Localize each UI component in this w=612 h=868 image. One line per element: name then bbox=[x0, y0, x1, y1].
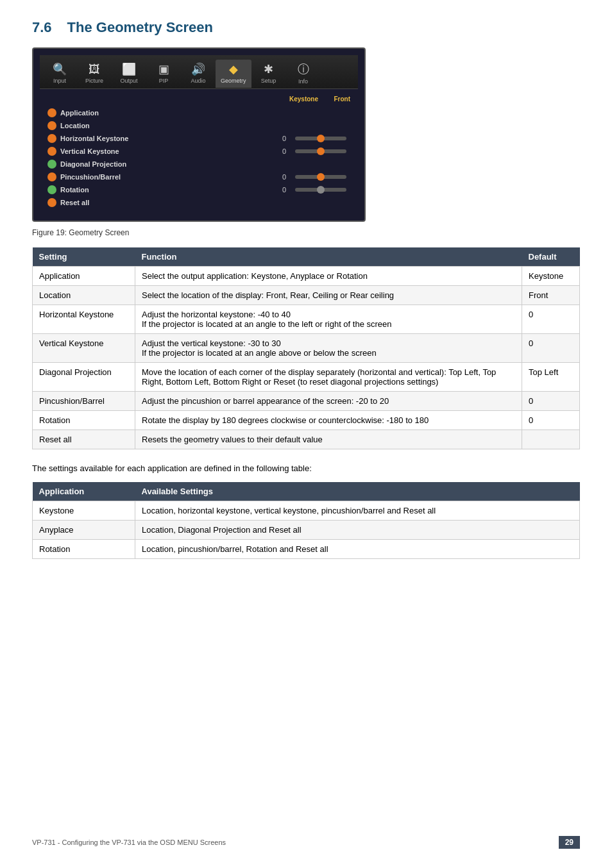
cell-default: 0 bbox=[522, 305, 580, 334]
rotation-value: 0 bbox=[267, 186, 286, 194]
cell-function: Resets the geometry values to their defa… bbox=[135, 430, 522, 449]
cell-function: Rotate the display by 180 degrees clockw… bbox=[135, 411, 522, 430]
osd-col-keystone: Keystone bbox=[273, 96, 318, 103]
osd-content: Keystone Front Application Location Hori… bbox=[40, 89, 358, 214]
setup-icon: ✱ bbox=[264, 62, 273, 76]
pincushion-value: 0 bbox=[267, 173, 286, 181]
osd-nav-geometry[interactable]: ◆ Geometry bbox=[216, 60, 251, 88]
osd-row-application: Application bbox=[47, 106, 350, 119]
osd-row-diagonal: Diagonal Projection bbox=[47, 158, 350, 171]
hkeystone-slider[interactable] bbox=[295, 137, 346, 140]
settings-table: Setting Function Default Application Sel… bbox=[32, 247, 580, 449]
output-icon: ⬜ bbox=[122, 62, 136, 76]
app-icon bbox=[47, 108, 56, 117]
cell-default: Keystone bbox=[522, 267, 580, 286]
osd-row-location: Location bbox=[47, 119, 350, 132]
hkeystone-value: 0 bbox=[267, 135, 286, 142]
footer-text: VP-731 - Configuring the VP-731 via the … bbox=[32, 839, 226, 846]
vkeystone-value: 0 bbox=[267, 147, 286, 155]
rotation-label: Rotation bbox=[60, 186, 267, 194]
table-row: Application Select the output applicatio… bbox=[33, 267, 580, 286]
diagonal-icon bbox=[47, 160, 56, 169]
section-heading: 7.6 The Geometry Screen bbox=[32, 19, 580, 36]
para-text: The settings available for each applicat… bbox=[32, 463, 580, 473]
table-row: Horizontal Keystone Adjust the horizonta… bbox=[33, 305, 580, 334]
cell-function: Adjust the horizontal keystone: -40 to 4… bbox=[135, 305, 522, 334]
cell-setting: Rotation bbox=[33, 411, 135, 430]
osd-nav-setup[interactable]: ✱ Setup bbox=[251, 60, 286, 88]
cell-default: 0 bbox=[522, 334, 580, 363]
list-item: Keystone Location, horizontal keystone, … bbox=[33, 501, 580, 521]
cell-setting: Pincushion/Barrel bbox=[33, 392, 135, 411]
nav-label-input: Input bbox=[53, 78, 66, 84]
cell-default: 0 bbox=[522, 411, 580, 430]
table-row: Diagonal Projection Move the location of… bbox=[33, 363, 580, 392]
app-table-header-row: Application Available Settings bbox=[33, 482, 580, 501]
list-item: Rotation Location, pincushion/barrel, Ro… bbox=[33, 540, 580, 559]
osd-screen: 🔍 Input 🖼 Picture ⬜ Output ▣ PIP 🔊 Audio… bbox=[32, 47, 366, 222]
location-label: Location bbox=[60, 122, 350, 129]
pip-icon: ▣ bbox=[158, 62, 169, 76]
th-function: Function bbox=[135, 247, 522, 267]
reset-icon bbox=[47, 198, 56, 207]
cell-setting: Reset all bbox=[33, 430, 135, 449]
reset-label: Reset all bbox=[60, 199, 350, 206]
osd-nav-input[interactable]: 🔍 Input bbox=[42, 60, 77, 88]
osd-nav-audio[interactable]: 🔊 Audio bbox=[181, 60, 216, 88]
osd-nav-output[interactable]: ⬜ Output bbox=[112, 60, 146, 88]
cell-function: Select the output application: Keystone,… bbox=[135, 267, 522, 286]
picture-icon: 🖼 bbox=[89, 63, 100, 76]
osd-row-vertical-keystone: Vertical Keystone 0 bbox=[47, 145, 350, 158]
vkeystone-icon bbox=[47, 147, 56, 156]
settings-table-header-row: Setting Function Default bbox=[33, 247, 580, 267]
table-row: Location Select the location of the disp… bbox=[33, 286, 580, 305]
page-footer: VP-731 - Configuring the VP-731 via the … bbox=[0, 836, 612, 849]
section-number: 7.6 bbox=[32, 19, 52, 36]
pincushion-slider[interactable] bbox=[295, 175, 346, 179]
cell-function: Move the location of each corner of the … bbox=[135, 363, 522, 392]
nav-label-geometry: Geometry bbox=[221, 78, 246, 84]
table-row: Rotation Rotate the display by 180 degre… bbox=[33, 411, 580, 430]
rotation-icon bbox=[47, 185, 56, 194]
cell-setting: Vertical Keystone bbox=[33, 334, 135, 363]
osd-row-reset: Reset all bbox=[47, 196, 350, 209]
cell-function: Select the location of the display: Fron… bbox=[135, 286, 522, 305]
cell-setting: Application bbox=[33, 267, 135, 286]
cell-setting: Location bbox=[33, 286, 135, 305]
table-row: Vertical Keystone Adjust the vertical ke… bbox=[33, 334, 580, 363]
nav-label-setup: Setup bbox=[261, 78, 276, 84]
pincushion-label: Pincushion/Barrel bbox=[60, 173, 267, 181]
diagonal-label: Diagonal Projection bbox=[60, 160, 350, 168]
rotation-slider[interactable] bbox=[295, 188, 346, 192]
hkeystone-label: Horizontal Keystone bbox=[60, 135, 267, 142]
osd-nav-info[interactable]: ⓘ Info bbox=[286, 59, 321, 88]
table-row: Pincushion/Barrel Adjust the pincushion … bbox=[33, 392, 580, 411]
vkeystone-slider[interactable] bbox=[295, 149, 346, 153]
cell-application: Keystone bbox=[33, 501, 135, 521]
cell-setting: Diagonal Projection bbox=[33, 363, 135, 392]
app-table: Application Available Settings Keystone … bbox=[32, 482, 580, 559]
info-icon: ⓘ bbox=[298, 62, 309, 77]
th-default: Default bbox=[522, 247, 580, 267]
cell-settings: Location, pincushion/barrel, Rotation an… bbox=[135, 540, 580, 559]
table-row: Reset all Resets the geometry values to … bbox=[33, 430, 580, 449]
th-application: Application bbox=[33, 482, 135, 501]
osd-row-pincushion: Pincushion/Barrel 0 bbox=[47, 171, 350, 183]
nav-label-output: Output bbox=[120, 78, 137, 84]
osd-nav-picture[interactable]: 🖼 Picture bbox=[77, 60, 112, 88]
vkeystone-label: Vertical Keystone bbox=[60, 147, 267, 155]
osd-header-row: Keystone Front bbox=[47, 94, 350, 104]
cell-default: 0 bbox=[522, 392, 580, 411]
cell-default: Top Left bbox=[522, 363, 580, 392]
cell-default: Front bbox=[522, 286, 580, 305]
hkeystone-icon bbox=[47, 134, 56, 143]
osd-nav-pip[interactable]: ▣ PIP bbox=[146, 60, 181, 88]
geometry-icon: ◆ bbox=[229, 62, 238, 76]
nav-label-audio: Audio bbox=[191, 78, 205, 84]
nav-label-info: Info bbox=[298, 78, 308, 85]
location-icon bbox=[47, 121, 56, 130]
cell-settings: Location, Diagonal Projection and Reset … bbox=[135, 521, 580, 540]
osd-col-front: Front bbox=[318, 96, 350, 103]
figure-caption: Figure 19: Geometry Screen bbox=[32, 228, 580, 237]
page-number: 29 bbox=[559, 836, 580, 849]
